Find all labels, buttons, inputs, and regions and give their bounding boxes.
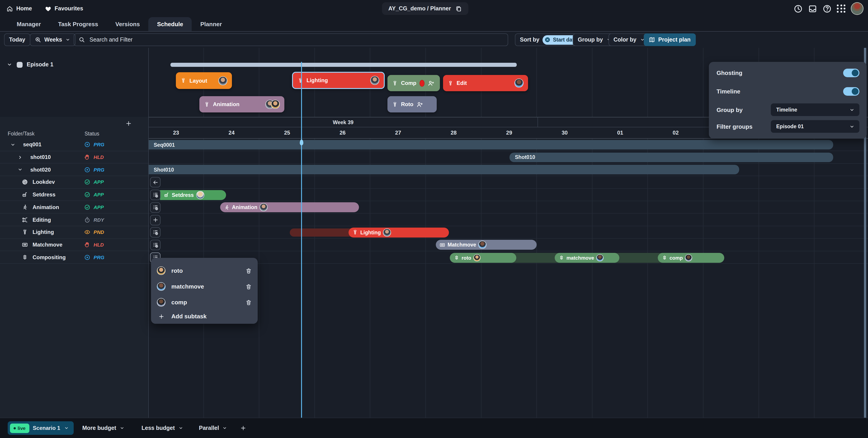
- zoom-in-icon: [35, 37, 41, 43]
- tab-task-progress[interactable]: Task Progress: [50, 17, 107, 31]
- add-row-button[interactable]: [124, 119, 132, 127]
- parallel-dropdown[interactable]: Parallel: [199, 421, 228, 435]
- gantt-bar-seq0001[interactable]: Seq0001: [148, 140, 833, 149]
- tab-versions[interactable]: Versions: [107, 17, 148, 31]
- search-input[interactable]: [89, 36, 503, 43]
- gantt-bar-lighting[interactable]: Lighting: [348, 227, 449, 237]
- animation-icon: [224, 205, 230, 210]
- status-badge: HLD: [84, 154, 104, 160]
- ghost-card-edit[interactable]: Edit: [443, 75, 528, 91]
- collapse-episode-icon[interactable]: [6, 61, 13, 68]
- gantt-bar-matchmove[interactable]: Matchmove: [436, 240, 537, 250]
- trash-icon[interactable]: [246, 268, 252, 274]
- user-avatar[interactable]: [851, 2, 864, 15]
- assignee-avatar: [370, 76, 379, 85]
- gantt-bar-shot010[interactable]: Shot010: [509, 153, 833, 162]
- table-row-seq001[interactable]: seq001 PRG: [0, 139, 148, 151]
- table-row-shot020[interactable]: shot020 PRG: [0, 164, 148, 176]
- ghost-card-roto[interactable]: Roto: [388, 96, 437, 112]
- gantt-bar-setdress[interactable]: Setdress: [160, 190, 226, 200]
- today-marker[interactable]: [300, 139, 303, 145]
- gantt-bar-shot010-ghost[interactable]: Shot010: [148, 165, 739, 174]
- search-filter-box[interactable]: [74, 33, 508, 46]
- favourites-label: Favourites: [55, 5, 83, 12]
- favourites-button[interactable]: Favourites: [38, 0, 89, 17]
- project-plan-button[interactable]: Project plan: [644, 33, 695, 46]
- more-budget-dropdown[interactable]: More budget: [82, 421, 125, 435]
- ghosting-toggle[interactable]: [843, 69, 860, 77]
- filter-groups-select[interactable]: Episode 01: [771, 120, 860, 133]
- add-subtask-button[interactable]: Add subtask: [151, 309, 258, 324]
- episode-label: Episode 1: [27, 61, 53, 68]
- add-task-button-editing[interactable]: [150, 215, 160, 225]
- gantt-bar-animation[interactable]: Animation: [220, 203, 359, 212]
- add-scenario-button[interactable]: [240, 421, 246, 435]
- table-row-shot010[interactable]: shot010 HLD: [0, 151, 148, 164]
- tab-bar: Manager Task Progress Versions Schedule …: [0, 17, 868, 32]
- assignee-avatar: [157, 298, 165, 307]
- panel-divider[interactable]: [148, 48, 149, 418]
- assign-person-icon[interactable]: [428, 80, 434, 87]
- episode-row: Episode 1: [6, 61, 53, 68]
- table-row-lookdev[interactable]: Lookdev APP: [0, 176, 148, 189]
- layers-icon: [559, 255, 564, 260]
- subtask-menu-item-roto[interactable]: roto: [151, 263, 258, 278]
- subtask-menu-item-matchmove[interactable]: matchmove: [151, 279, 258, 294]
- matchmove-icon: [22, 242, 28, 248]
- editing-icon: [22, 216, 28, 223]
- copy-icon[interactable]: [456, 5, 462, 12]
- table-row-compositing[interactable]: Compositing PRG: [0, 251, 148, 264]
- episode-checkbox[interactable]: [17, 62, 23, 68]
- remove-sort-icon[interactable]: [544, 37, 551, 43]
- trash-icon[interactable]: [246, 283, 252, 290]
- inbox-icon[interactable]: [808, 4, 817, 13]
- subtask-menu-item-comp[interactable]: comp: [151, 295, 258, 310]
- assignee-avatar: [685, 254, 692, 261]
- table-row-animation[interactable]: Animation APP: [0, 201, 148, 213]
- today-button[interactable]: Today: [4, 33, 30, 46]
- setdress-icon: [164, 192, 169, 198]
- zoom-level-dropdown[interactable]: Weeks: [30, 33, 76, 46]
- timeline-toggle[interactable]: [843, 87, 860, 96]
- ghost-card-layout[interactable]: Layout: [176, 72, 232, 89]
- ghost-card-comp[interactable]: Comp: [388, 75, 440, 91]
- chevron-down-icon: [849, 107, 855, 113]
- ghost-card-lighting-selected[interactable]: Lighting: [292, 72, 385, 89]
- table-row-editing[interactable]: Editing RDY: [0, 213, 148, 226]
- collapse-tasks-button[interactable]: [150, 177, 160, 188]
- help-icon[interactable]: [822, 4, 832, 13]
- tab-schedule[interactable]: Schedule: [149, 17, 192, 31]
- apps-grid-icon[interactable]: [837, 4, 846, 13]
- gantt-bar-roto[interactable]: roto: [450, 252, 516, 263]
- plus-icon: [240, 425, 246, 431]
- expand-icon[interactable]: [17, 154, 23, 160]
- project-title-pill[interactable]: AY_CG_demo / Planner: [382, 2, 469, 15]
- home-button[interactable]: Home: [0, 0, 38, 17]
- subtask-button-lighting[interactable]: [150, 227, 160, 237]
- clock-icon[interactable]: [794, 4, 803, 13]
- gantt-bar-comp[interactable]: comp: [658, 252, 724, 263]
- trash-icon[interactable]: [246, 299, 252, 305]
- subtask-button-setdress[interactable]: [150, 190, 160, 200]
- ghost-card-animation[interactable]: Animation: [199, 96, 284, 112]
- tab-manager[interactable]: Manager: [8, 17, 50, 31]
- tab-planner[interactable]: Planner: [192, 17, 230, 31]
- episode-timeline-ghost-bar[interactable]: [170, 63, 517, 67]
- group-by-select[interactable]: Timeline: [771, 103, 860, 116]
- subtask-button-animation[interactable]: [150, 202, 160, 213]
- gantt-bar-matchmove-sub[interactable]: matchmove: [555, 252, 619, 263]
- table-row-lighting[interactable]: Lighting PND: [0, 226, 148, 239]
- scenario-dropdown[interactable]: live Scenario 1: [8, 421, 74, 435]
- subtask-button-matchmove[interactable]: [150, 240, 160, 250]
- collapse-icon[interactable]: [10, 142, 16, 148]
- chevron-down-icon: [65, 37, 71, 42]
- table-row-matchmove[interactable]: Matchmove HLD: [0, 239, 148, 251]
- assign-person-icon[interactable]: [416, 101, 423, 108]
- timeline-row: Timeline: [717, 87, 860, 96]
- less-budget-dropdown[interactable]: Less budget: [142, 421, 183, 435]
- chevron-down-icon: [849, 124, 855, 129]
- table-row-setdress[interactable]: Setdress APP: [0, 189, 148, 201]
- collapse-icon[interactable]: [17, 167, 23, 172]
- filter-groups-row: Filter groups Episode 01: [717, 120, 860, 133]
- gantt-bar-compositing-group[interactable]: roto matchmove comp: [450, 252, 724, 263]
